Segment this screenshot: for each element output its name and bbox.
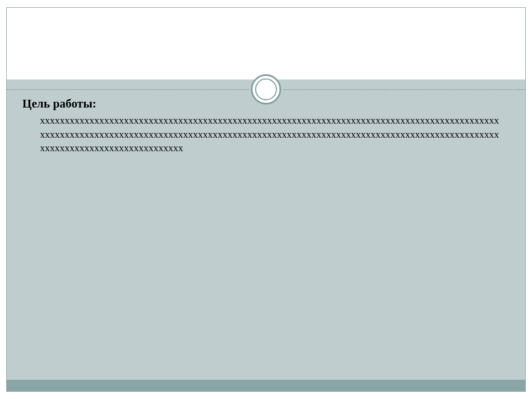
slide-body-text: хххххххххххххххххххххххххххххххххххххххх… — [22, 114, 500, 155]
divider-line-right — [283, 89, 525, 90]
slide-frame: Цель работы: ххххххххххххххххххххххххххх… — [6, 7, 526, 392]
divider-ornament — [7, 73, 525, 105]
slide-header-area — [7, 8, 525, 77]
circle-ornament-outer — [251, 74, 281, 104]
divider-line-left — [7, 89, 249, 90]
slide-body: Цель работы: ххххххххххххххххххххххххххх… — [7, 79, 525, 380]
circle-ornament-inner — [255, 78, 277, 100]
slide-footer-bar — [7, 380, 525, 391]
